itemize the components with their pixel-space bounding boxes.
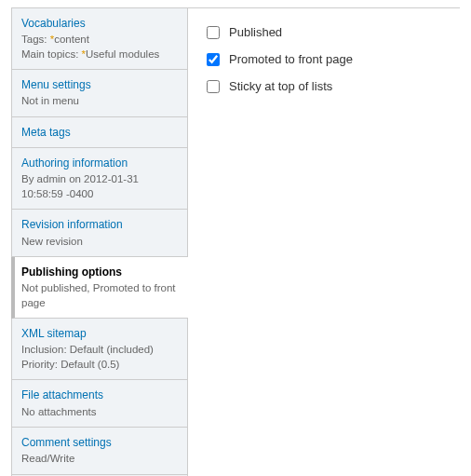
tab-title: File attachments	[21, 388, 178, 402]
tab-meta-tags[interactable]: Meta tags	[11, 117, 187, 148]
tab-summary: Not in menu	[21, 94, 178, 109]
tab-summary: New revision	[21, 235, 178, 250]
tab-vocabularies[interactable]: VocabulariesTags: *contentMain topics: *…	[11, 8, 187, 70]
tab-summary: Inclusion: Default (included) Priority: …	[21, 343, 178, 372]
sticky-checkbox[interactable]	[207, 80, 220, 93]
tabs-list: VocabulariesTags: *contentMain topics: *…	[11, 8, 188, 476]
tab-authoring-information[interactable]: Authoring informationBy admin on 2012-01…	[11, 148, 187, 210]
tab-summary: Tags: *contentMain topics: *Useful modul…	[21, 33, 178, 61]
tab-file-attachments[interactable]: File attachmentsNo attachments	[11, 380, 187, 428]
published-checkbox[interactable]	[207, 26, 220, 39]
tab-menu-settings[interactable]: Menu settingsNot in menu	[11, 70, 187, 117]
promoted-checkbox[interactable]	[207, 53, 220, 66]
sticky-option[interactable]: Sticky at top of lists	[207, 79, 441, 93]
tab-title: Authoring information	[21, 156, 178, 170]
tab-publishing-options[interactable]: Publishing optionsNot published, Promote…	[11, 257, 188, 319]
promoted-option[interactable]: Promoted to front page	[207, 52, 441, 66]
tab-title: Revision information	[21, 217, 178, 232]
tab-title: Publishing options	[21, 265, 179, 279]
tab-title: XML sitemap	[21, 326, 178, 341]
vertical-tabs: VocabulariesTags: *contentMain topics: *…	[11, 7, 460, 476]
tab-summary: Not published, Promoted to front page	[21, 281, 179, 310]
tab-title: Comment settings	[21, 435, 178, 450]
promoted-label: Promoted to front page	[229, 52, 353, 66]
tab-summary: Read/Write	[21, 452, 178, 467]
tab-title: Menu settings	[21, 77, 178, 92]
tab-summary: No attachments	[21, 405, 178, 420]
tab-comment-settings[interactable]: Comment settingsRead/Write	[11, 428, 187, 475]
published-option[interactable]: Published	[207, 25, 441, 39]
tab-title: Vocabularies	[21, 16, 178, 31]
tab-summary: By admin on 2012-01-31 10:58:59 -0400	[21, 172, 178, 201]
tab-xml-sitemap[interactable]: XML sitemapInclusion: Default (included)…	[11, 319, 187, 380]
tab-panel-publishing-options: Published Promoted to front page Sticky …	[188, 8, 460, 476]
tab-title: Meta tags	[21, 125, 178, 140]
sticky-label: Sticky at top of lists	[229, 79, 332, 93]
published-label: Published	[229, 25, 282, 39]
tab-revision-information[interactable]: Revision informationNew revision	[11, 210, 187, 257]
